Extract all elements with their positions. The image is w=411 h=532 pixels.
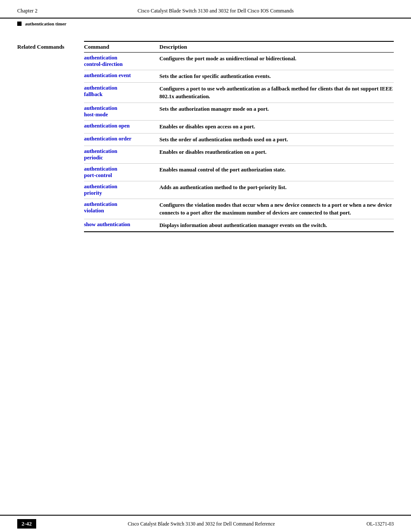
- command-cell: authentication event: [84, 72, 159, 80]
- table-row: authenticationport-control Enables manua…: [84, 164, 394, 181]
- page-number: 2-42: [17, 519, 36, 529]
- command-cell: authentication order: [84, 136, 159, 143]
- description-text: Sets the authorization manager mode on a…: [159, 106, 269, 112]
- bullet-icon: [17, 22, 22, 26]
- command-link[interactable]: authenticationport-control: [84, 166, 156, 179]
- description-text: Sets the order of authentication methods…: [159, 137, 288, 143]
- description-cell: Configures the port mode as unidirection…: [159, 55, 394, 68]
- command-cell: show authentication: [84, 221, 159, 229]
- description-cell: Configures a port to use web authenticat…: [159, 85, 394, 100]
- table-row: authentication event Sets the action for…: [84, 70, 394, 83]
- command-link[interactable]: authenticationviolation: [84, 201, 156, 214]
- section-header-bar: authentication timer: [0, 19, 411, 28]
- description-text: Configures a port to use web authenticat…: [159, 86, 393, 100]
- related-commands-label: Related Commands: [17, 41, 84, 232]
- table-row: show authentication Displays information…: [84, 219, 394, 231]
- header-chapter: Chapter 2: [17, 8, 37, 14]
- description-cell: Enables or disables reauthentication on …: [159, 148, 394, 161]
- col-description-header: Description: [159, 44, 394, 50]
- page-footer: 2-42 Cisco Catalyst Blade Switch 3130 an…: [0, 515, 411, 532]
- command-link[interactable]: authenticationfallback: [84, 85, 156, 98]
- description-cell: Sets the order of authentication methods…: [159, 136, 394, 143]
- description-cell: Sets the authorization manager mode on a…: [159, 105, 394, 118]
- description-text: Enables manual control of the port autho…: [159, 167, 286, 173]
- description-cell: Sets the action for specific authenticat…: [159, 72, 394, 80]
- section-label: authentication timer: [25, 21, 66, 26]
- command-cell: authentication open: [84, 123, 159, 131]
- command-cell: authenticationperiodic: [84, 148, 159, 161]
- command-cell: authenticationfallback: [84, 85, 159, 100]
- command-link[interactable]: authenticationhost-mode: [84, 105, 156, 118]
- description-cell: Displays information about authenticatio…: [159, 221, 394, 229]
- table-row: authenticationpriority Adds an authentic…: [84, 181, 394, 199]
- description-text: Displays information about authenticatio…: [159, 222, 327, 228]
- description-text: Configures the port mode as unidirection…: [159, 56, 296, 62]
- table-row: authenticationperiodic Enables or disabl…: [84, 146, 394, 164]
- command-cell: authenticationviolation: [84, 201, 159, 217]
- command-link[interactable]: authenticationpriority: [84, 184, 156, 196]
- table-row: authenticationcontrol-direction Configur…: [84, 53, 394, 70]
- description-text: Enables or disables open access on a por…: [159, 124, 255, 130]
- table-row: authenticationhost-mode Sets the authori…: [84, 103, 394, 121]
- command-link[interactable]: authentication event: [84, 72, 156, 79]
- footer-right-text: OL-13271-03: [367, 521, 394, 526]
- table-row: authenticationviolation Configures the v…: [84, 199, 394, 219]
- footer-center-text: Cisco Catalyst Blade Switch 3130 and 303…: [36, 521, 367, 526]
- command-link[interactable]: authentication order: [84, 136, 156, 142]
- commands-table: Command Description authenticationcontro…: [84, 41, 394, 232]
- command-cell: authenticationpriority: [84, 184, 159, 196]
- main-content: Related Commands Command Description aut…: [0, 28, 411, 241]
- command-cell: authenticationport-control: [84, 166, 159, 179]
- description-cell: Enables or disables open access on a por…: [159, 123, 394, 131]
- description-cell: Configures the violation modes that occu…: [159, 201, 394, 217]
- page-header: Chapter 2 Cisco Catalyst Blade Switch 31…: [0, 0, 411, 19]
- description-cell: Adds an authentication method to the por…: [159, 184, 394, 196]
- command-cell: authenticationhost-mode: [84, 105, 159, 118]
- related-commands-section: Related Commands Command Description aut…: [17, 41, 394, 232]
- table-row: authenticationfallback Configures a port…: [84, 83, 394, 103]
- table-header-row: Command Description: [84, 42, 394, 53]
- command-link[interactable]: authentication open: [84, 123, 156, 129]
- command-link[interactable]: authenticationperiodic: [84, 148, 156, 161]
- table-row: authentication open Enables or disables …: [84, 121, 394, 133]
- command-link[interactable]: authenticationcontrol-direction: [84, 55, 156, 68]
- command-cell: authenticationcontrol-direction: [84, 55, 159, 68]
- col-command-header: Command: [84, 44, 159, 50]
- description-text: Sets the action for specific authenticat…: [159, 73, 271, 79]
- description-text: Enables or disables reauthentication on …: [159, 149, 267, 155]
- description-cell: Enables manual control of the port autho…: [159, 166, 394, 179]
- description-text: Configures the violation modes that occu…: [159, 202, 392, 216]
- header-title: Cisco Catalyst Blade Switch 3130 and 303…: [37, 8, 394, 14]
- table-row: authentication order Sets the order of a…: [84, 134, 394, 146]
- description-text: Adds an authentication method to the por…: [159, 184, 286, 190]
- command-link[interactable]: show authentication: [84, 221, 156, 228]
